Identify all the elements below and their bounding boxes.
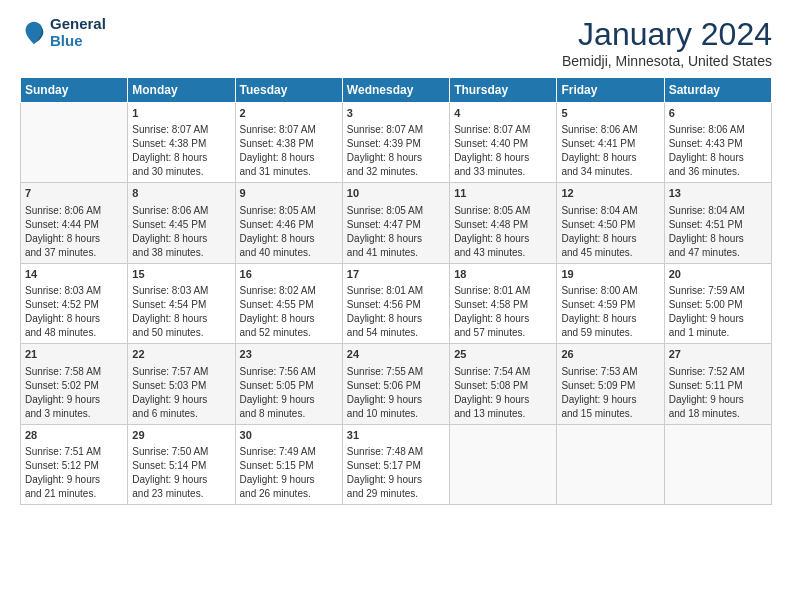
calendar-week-2: 7Sunrise: 8:06 AMSunset: 4:44 PMDaylight… (21, 183, 772, 263)
day-number: 1 (132, 106, 230, 121)
day-number: 6 (669, 106, 767, 121)
sunrise-text: Sunrise: 7:48 AM (347, 445, 445, 459)
day-number: 31 (347, 428, 445, 443)
calendar-cell: 16Sunrise: 8:02 AMSunset: 4:55 PMDayligh… (235, 263, 342, 343)
day-number: 27 (669, 347, 767, 362)
sunrise-text: Sunrise: 8:07 AM (132, 123, 230, 137)
logo-text: General Blue (50, 16, 106, 49)
sunset-text: Sunset: 4:54 PM (132, 298, 230, 312)
day-header-sunday: Sunday (21, 78, 128, 103)
day-header-saturday: Saturday (664, 78, 771, 103)
calendar-cell: 22Sunrise: 7:57 AMSunset: 5:03 PMDayligh… (128, 344, 235, 424)
day-header-friday: Friday (557, 78, 664, 103)
day-number: 13 (669, 186, 767, 201)
sunset-text: Sunset: 4:40 PM (454, 137, 552, 151)
sunset-text: Sunset: 4:52 PM (25, 298, 123, 312)
calendar-cell: 14Sunrise: 8:03 AMSunset: 4:52 PMDayligh… (21, 263, 128, 343)
daylight-text: Daylight: 8 hoursand 40 minutes. (240, 232, 338, 260)
calendar-cell: 28Sunrise: 7:51 AMSunset: 5:12 PMDayligh… (21, 424, 128, 504)
day-number: 17 (347, 267, 445, 282)
sunset-text: Sunset: 4:38 PM (240, 137, 338, 151)
sunrise-text: Sunrise: 7:57 AM (132, 365, 230, 379)
day-header-thursday: Thursday (450, 78, 557, 103)
daylight-text: Daylight: 8 hoursand 50 minutes. (132, 312, 230, 340)
daylight-text: Daylight: 9 hoursand 6 minutes. (132, 393, 230, 421)
daylight-text: Daylight: 8 hoursand 59 minutes. (561, 312, 659, 340)
sunrise-text: Sunrise: 8:06 AM (669, 123, 767, 137)
calendar-cell: 26Sunrise: 7:53 AMSunset: 5:09 PMDayligh… (557, 344, 664, 424)
daylight-text: Daylight: 8 hoursand 33 minutes. (454, 151, 552, 179)
calendar-cell: 6Sunrise: 8:06 AMSunset: 4:43 PMDaylight… (664, 103, 771, 183)
daylight-text: Daylight: 8 hoursand 30 minutes. (132, 151, 230, 179)
sunset-text: Sunset: 5:17 PM (347, 459, 445, 473)
sunrise-text: Sunrise: 7:54 AM (454, 365, 552, 379)
calendar-cell: 10Sunrise: 8:05 AMSunset: 4:47 PMDayligh… (342, 183, 449, 263)
day-number: 22 (132, 347, 230, 362)
sunrise-text: Sunrise: 7:56 AM (240, 365, 338, 379)
calendar-cell: 21Sunrise: 7:58 AMSunset: 5:02 PMDayligh… (21, 344, 128, 424)
sunrise-text: Sunrise: 8:05 AM (454, 204, 552, 218)
sunset-text: Sunset: 4:56 PM (347, 298, 445, 312)
sunset-text: Sunset: 4:44 PM (25, 218, 123, 232)
daylight-text: Daylight: 9 hoursand 18 minutes. (669, 393, 767, 421)
day-number: 30 (240, 428, 338, 443)
day-number: 29 (132, 428, 230, 443)
calendar-cell (450, 424, 557, 504)
daylight-text: Daylight: 8 hoursand 38 minutes. (132, 232, 230, 260)
daylight-text: Daylight: 8 hoursand 34 minutes. (561, 151, 659, 179)
calendar-week-5: 28Sunrise: 7:51 AMSunset: 5:12 PMDayligh… (21, 424, 772, 504)
calendar-week-4: 21Sunrise: 7:58 AMSunset: 5:02 PMDayligh… (21, 344, 772, 424)
sunrise-text: Sunrise: 8:07 AM (347, 123, 445, 137)
sunset-text: Sunset: 5:00 PM (669, 298, 767, 312)
header: General Blue January 2024 Bemidji, Minne… (20, 16, 772, 69)
sunset-text: Sunset: 4:50 PM (561, 218, 659, 232)
sunset-text: Sunset: 4:46 PM (240, 218, 338, 232)
day-number: 23 (240, 347, 338, 362)
sunset-text: Sunset: 4:51 PM (669, 218, 767, 232)
calendar-cell: 23Sunrise: 7:56 AMSunset: 5:05 PMDayligh… (235, 344, 342, 424)
day-number: 28 (25, 428, 123, 443)
calendar-cell: 11Sunrise: 8:05 AMSunset: 4:48 PMDayligh… (450, 183, 557, 263)
calendar-cell: 24Sunrise: 7:55 AMSunset: 5:06 PMDayligh… (342, 344, 449, 424)
sunrise-text: Sunrise: 7:58 AM (25, 365, 123, 379)
daylight-text: Daylight: 8 hoursand 32 minutes. (347, 151, 445, 179)
calendar-cell: 3Sunrise: 8:07 AMSunset: 4:39 PMDaylight… (342, 103, 449, 183)
day-number: 24 (347, 347, 445, 362)
sunrise-text: Sunrise: 7:50 AM (132, 445, 230, 459)
calendar-cell: 17Sunrise: 8:01 AMSunset: 4:56 PMDayligh… (342, 263, 449, 343)
sunrise-text: Sunrise: 7:51 AM (25, 445, 123, 459)
daylight-text: Daylight: 8 hoursand 37 minutes. (25, 232, 123, 260)
daylight-text: Daylight: 9 hoursand 3 minutes. (25, 393, 123, 421)
sunrise-text: Sunrise: 8:07 AM (454, 123, 552, 137)
calendar-header-row: SundayMondayTuesdayWednesdayThursdayFrid… (21, 78, 772, 103)
sunrise-text: Sunrise: 7:59 AM (669, 284, 767, 298)
day-number: 20 (669, 267, 767, 282)
sunrise-text: Sunrise: 8:06 AM (25, 204, 123, 218)
daylight-text: Daylight: 9 hoursand 8 minutes. (240, 393, 338, 421)
main-title: January 2024 (562, 16, 772, 53)
day-number: 4 (454, 106, 552, 121)
daylight-text: Daylight: 8 hoursand 52 minutes. (240, 312, 338, 340)
calendar-cell: 20Sunrise: 7:59 AMSunset: 5:00 PMDayligh… (664, 263, 771, 343)
sunset-text: Sunset: 4:47 PM (347, 218, 445, 232)
calendar-cell: 4Sunrise: 8:07 AMSunset: 4:40 PMDaylight… (450, 103, 557, 183)
sunrise-text: Sunrise: 8:00 AM (561, 284, 659, 298)
sunset-text: Sunset: 5:15 PM (240, 459, 338, 473)
sunrise-text: Sunrise: 8:04 AM (561, 204, 659, 218)
sunset-text: Sunset: 5:06 PM (347, 379, 445, 393)
day-number: 19 (561, 267, 659, 282)
sunset-text: Sunset: 4:48 PM (454, 218, 552, 232)
sunrise-text: Sunrise: 8:06 AM (132, 204, 230, 218)
sunrise-text: Sunrise: 8:03 AM (132, 284, 230, 298)
sunrise-text: Sunrise: 8:04 AM (669, 204, 767, 218)
day-number: 21 (25, 347, 123, 362)
day-header-wednesday: Wednesday (342, 78, 449, 103)
daylight-text: Daylight: 9 hoursand 10 minutes. (347, 393, 445, 421)
sunset-text: Sunset: 5:02 PM (25, 379, 123, 393)
daylight-text: Daylight: 8 hoursand 41 minutes. (347, 232, 445, 260)
daylight-text: Daylight: 9 hoursand 26 minutes. (240, 473, 338, 501)
daylight-text: Daylight: 8 hoursand 45 minutes. (561, 232, 659, 260)
daylight-text: Daylight: 8 hoursand 36 minutes. (669, 151, 767, 179)
sunrise-text: Sunrise: 8:01 AM (454, 284, 552, 298)
daylight-text: Daylight: 9 hoursand 21 minutes. (25, 473, 123, 501)
